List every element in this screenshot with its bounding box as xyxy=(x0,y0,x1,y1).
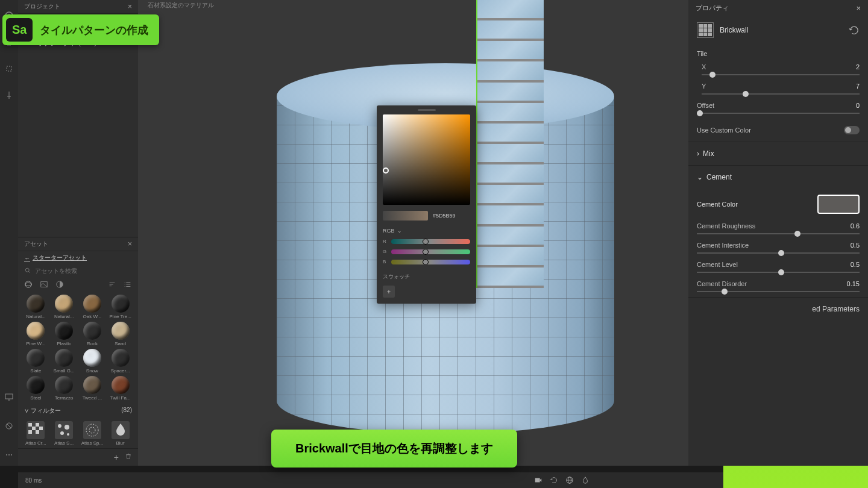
asset-item[interactable]: Steel xyxy=(23,376,49,401)
asset-item[interactable]: Oak W... xyxy=(80,295,105,319)
filter-item[interactable]: Blur xyxy=(107,421,133,446)
r-slider[interactable]: R xyxy=(383,239,470,244)
custom-color-toggle[interactable] xyxy=(844,126,860,134)
add-swatch-button[interactable]: + xyxy=(383,286,395,298)
b-slider[interactable]: B xyxy=(383,259,470,264)
asset-item[interactable]: Plastic xyxy=(51,322,77,346)
level-slider[interactable] xyxy=(697,272,860,273)
chevron-down-icon: ⌄ xyxy=(397,228,402,234)
asset-item[interactable]: Twill Fa... xyxy=(107,376,133,401)
crop-icon[interactable] xyxy=(4,64,14,74)
globe-icon[interactable] xyxy=(565,476,574,484)
asset-item[interactable]: Small G... xyxy=(51,349,77,374)
asset-item[interactable]: Spacer... xyxy=(107,349,133,374)
g-slider[interactable]: G xyxy=(383,249,470,254)
hex-value[interactable]: #5D5B59 xyxy=(433,213,456,219)
filter-item[interactable]: Atlas Sp... xyxy=(80,421,105,446)
disorder-slider[interactable] xyxy=(697,291,860,292)
cement-color-swatch[interactable] xyxy=(817,195,860,214)
swatch-label: スウォッチ xyxy=(383,273,470,281)
filter-item[interactable]: Atlas Cr... xyxy=(23,421,49,446)
assets-panel: アセット × ← スターターアセット Natural...Natural...O… xyxy=(18,237,138,466)
level-value[interactable]: 0.5 xyxy=(851,261,860,268)
droplet-icon[interactable] xyxy=(581,476,590,484)
roughness-slider[interactable] xyxy=(697,233,860,234)
picker-cursor[interactable] xyxy=(383,167,389,174)
asset-item[interactable]: Natural... xyxy=(23,295,49,319)
svg-point-21 xyxy=(67,433,69,436)
interstice-value[interactable]: 0.5 xyxy=(851,242,860,249)
left-toolbar xyxy=(0,0,18,466)
screen-icon[interactable] xyxy=(4,392,14,402)
filter-item[interactable]: Atlas S... xyxy=(51,421,77,446)
offset-value[interactable]: 0 xyxy=(856,102,860,109)
svg-point-20 xyxy=(60,431,64,435)
material-name: Brickwall xyxy=(720,26,843,34)
interstice-slider[interactable] xyxy=(697,252,860,254)
cement-section-toggle[interactable]: ⌄ Cement xyxy=(688,165,868,189)
asset-item[interactable]: Rock xyxy=(80,322,105,346)
starter-assets-link[interactable]: ← スターターアセット xyxy=(18,251,138,264)
image-view-icon[interactable] xyxy=(40,280,48,289)
tile-x-value[interactable]: 2 xyxy=(856,63,860,70)
asset-item[interactable]: Natural... xyxy=(51,295,77,319)
svg-rect-14 xyxy=(32,427,36,430)
asset-item[interactable]: Pine Tre... xyxy=(107,295,133,319)
asset-item[interactable]: Slate xyxy=(23,349,49,374)
gradient-icon[interactable] xyxy=(55,280,64,289)
refresh-icon[interactable] xyxy=(550,476,558,484)
assets-panel-header: アセット × xyxy=(18,237,138,251)
mix-section-toggle[interactable]: › Mix xyxy=(688,142,868,165)
sphere-view-icon[interactable] xyxy=(24,280,33,289)
status-bar: 80 ms xyxy=(18,472,723,488)
sort-icon[interactable] xyxy=(108,280,116,289)
more-icon[interactable] xyxy=(4,450,14,460)
trash-icon[interactable] xyxy=(125,452,132,460)
viewport-tab[interactable]: 石材系設定のマテリアル xyxy=(144,0,218,11)
tile-x-slider[interactable] xyxy=(702,74,860,75)
pin-icon[interactable] xyxy=(4,90,14,100)
tile-y-value[interactable]: 7 xyxy=(856,83,860,90)
color-picker-panel[interactable]: #5D5B59 RGB ⌄ R G B スウォッチ + xyxy=(377,105,476,304)
close-icon[interactable]: × xyxy=(856,4,861,13)
extra-params-label[interactable]: ed Parameters xyxy=(812,305,860,313)
asset-item[interactable]: Snow xyxy=(80,349,105,374)
render-time: 80 ms xyxy=(25,477,42,484)
list-icon[interactable] xyxy=(124,280,132,289)
svg-rect-13 xyxy=(36,423,39,427)
panel-close-icon[interactable]: × xyxy=(128,240,132,248)
color-mode-select[interactable]: RGB ⌄ xyxy=(383,228,470,234)
back-arrow-icon: ← xyxy=(24,255,30,261)
link-icon[interactable] xyxy=(4,421,14,431)
svg-point-5 xyxy=(8,454,10,455)
asset-item[interactable]: Sand xyxy=(107,322,133,346)
drag-handle-icon[interactable] xyxy=(418,109,436,111)
tile-y-slider[interactable] xyxy=(702,93,860,95)
roughness-value[interactable]: 0.6 xyxy=(851,222,860,230)
add-asset-icon[interactable]: + xyxy=(114,452,119,462)
filter-section[interactable]: ∨ フィルター (82) xyxy=(18,403,138,419)
tile-section-label: Tile xyxy=(688,44,868,61)
asset-item[interactable]: Terrazzo xyxy=(51,376,77,401)
asset-item[interactable]: Pine W... xyxy=(23,322,49,346)
svg-rect-2 xyxy=(5,394,13,399)
chevron-right-icon: › xyxy=(697,149,699,158)
svg-point-7 xyxy=(25,268,29,272)
assets-label: アセット xyxy=(24,240,48,248)
svg-rect-24 xyxy=(535,478,540,483)
offset-slider[interactable] xyxy=(697,113,860,114)
panel-close-icon[interactable]: × xyxy=(128,2,132,11)
svg-point-23 xyxy=(89,427,95,433)
project-panel-header: プロジェクト × xyxy=(18,0,138,14)
disorder-value[interactable]: 0.15 xyxy=(847,280,860,287)
custom-color-label: Use Custom Color xyxy=(697,127,751,134)
hex-gradient[interactable] xyxy=(383,211,428,221)
asset-grid: Natural...Natural...Oak W...Pine Tre...P… xyxy=(18,292,138,403)
project-label: プロジェクト xyxy=(24,2,60,11)
svg-point-6 xyxy=(11,454,12,455)
color-picker-area[interactable] xyxy=(383,114,470,205)
undo-icon[interactable] xyxy=(849,26,860,34)
camera-icon[interactable] xyxy=(534,476,542,484)
asset-item[interactable]: Tweed ... xyxy=(80,376,105,401)
asset-search-input[interactable] xyxy=(35,267,132,274)
